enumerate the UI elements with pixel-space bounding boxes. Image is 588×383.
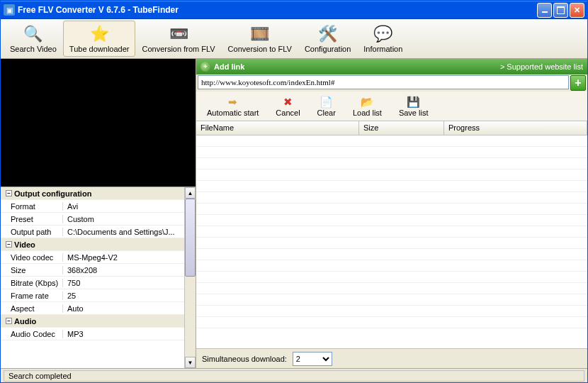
- gear-icon: 🛠️: [318, 24, 338, 44]
- simultaneous-download-select[interactable]: 2: [293, 352, 332, 366]
- globe-plus-icon: +: [200, 62, 210, 72]
- size-value[interactable]: 368x208: [63, 266, 184, 274]
- simultaneous-download-label: Simultaneous download:: [202, 355, 287, 363]
- star-icon: ⭐: [89, 24, 109, 44]
- cancel-icon: ✖: [281, 95, 295, 109]
- scroll-up-icon[interactable]: ▲: [185, 187, 196, 199]
- list-row: [196, 294, 587, 306]
- list-row: [196, 215, 587, 226]
- properties-grid[interactable]: −Output configuration FormatAvi PresetCu…: [1, 187, 184, 368]
- framerate-label: Frame rate: [1, 292, 63, 300]
- column-progress[interactable]: Progress: [444, 121, 587, 135]
- minimize-button[interactable]: [537, 3, 552, 18]
- automatic-start-button[interactable]: ➡ Automatic start: [199, 93, 266, 119]
- list-row: [196, 260, 587, 272]
- video-header: Video: [14, 240, 35, 249]
- format-value[interactable]: Avi: [63, 202, 184, 211]
- column-filename[interactable]: FileName: [196, 121, 359, 135]
- add-link-title: Add link: [214, 62, 500, 71]
- collapse-icon[interactable]: −: [6, 318, 12, 324]
- info-icon: 💬: [373, 24, 393, 44]
- list-row: [196, 181, 587, 192]
- output-config-header: Output configuration: [14, 189, 91, 198]
- audio-header: Audio: [14, 317, 36, 326]
- scroll-thumb[interactable]: [185, 199, 196, 277]
- column-size[interactable]: Size: [359, 121, 444, 135]
- scroll-down-icon[interactable]: ▼: [185, 357, 196, 368]
- configuration-button[interactable]: 🛠️ Configuration: [298, 21, 357, 57]
- list-row: [196, 170, 587, 181]
- list-row: [196, 192, 587, 204]
- list-row: [196, 249, 587, 260]
- list-row: [196, 147, 587, 158]
- list-row: [196, 158, 587, 170]
- size-label: Size: [1, 266, 63, 274]
- framerate-value[interactable]: 25: [63, 292, 184, 300]
- supported-websites-link[interactable]: > Supported website list: [500, 62, 583, 71]
- flv-from-icon: 📼: [169, 24, 188, 44]
- download-list[interactable]: [196, 135, 587, 348]
- conversion-to-flv-button[interactable]: 🎞️ Conversion to FLV: [222, 21, 298, 57]
- clear-icon: 📄: [320, 95, 334, 109]
- list-row: [196, 204, 587, 215]
- left-panel: −Output configuration FormatAvi PresetCu…: [1, 59, 196, 368]
- audio-codec-label: Audio Codec: [1, 330, 63, 338]
- flv-to-icon: 🎞️: [250, 24, 270, 44]
- properties-scrollbar[interactable]: ▲ ▼: [184, 187, 196, 368]
- add-url-button[interactable]: +: [570, 75, 586, 91]
- download-list-header: FileName Size Progress: [196, 121, 587, 135]
- list-row: [196, 283, 587, 294]
- clear-button[interactable]: 📄 Clear: [310, 93, 344, 119]
- video-codec-value[interactable]: MS-Mpeg4-V2: [63, 253, 184, 262]
- titlebar[interactable]: ▣ Free FLV Converter V 6.7.6 - TubeFinde…: [1, 1, 587, 19]
- bottom-controls: Simultaneous download: 2: [196, 348, 587, 368]
- folder-open-icon: 📂: [360, 95, 374, 109]
- video-preview: [1, 59, 196, 187]
- list-row: [196, 317, 587, 328]
- maximize-button[interactable]: [553, 3, 568, 18]
- load-list-button[interactable]: 📂 Load list: [345, 93, 390, 119]
- app-window: ▣ Free FLV Converter V 6.7.6 - TubeFinde…: [0, 0, 588, 383]
- list-row: [196, 272, 587, 283]
- conversion-from-flv-button[interactable]: 📼 Conversion from FLV: [135, 21, 221, 57]
- list-row: [196, 135, 587, 147]
- information-button[interactable]: 💬 Information: [357, 21, 409, 57]
- cancel-button[interactable]: ✖ Cancel: [268, 93, 307, 119]
- save-list-button[interactable]: 💾 Save list: [391, 93, 436, 119]
- right-panel: + Add link > Supported website list + ➡ …: [196, 59, 587, 368]
- preset-label: Preset: [1, 215, 63, 223]
- action-toolbar: ➡ Automatic start ✖ Cancel 📄 Clear 📂 Loa…: [196, 91, 587, 121]
- add-link-bar: + Add link > Supported website list: [196, 59, 587, 74]
- aspect-label: Aspect: [1, 304, 63, 313]
- url-input[interactable]: [198, 75, 569, 89]
- arrow-right-icon: ➡: [226, 95, 240, 109]
- bitrate-value[interactable]: 750: [63, 279, 184, 287]
- aspect-value[interactable]: Auto: [63, 304, 184, 313]
- close-button[interactable]: [570, 3, 584, 18]
- magnifier-icon: 🔍: [23, 24, 43, 44]
- app-icon: ▣: [4, 4, 15, 16]
- list-row: [196, 306, 587, 317]
- collapse-icon[interactable]: −: [6, 190, 12, 196]
- window-title: Free FLV Converter V 6.7.6 - TubeFinder: [18, 5, 537, 15]
- preset-value[interactable]: Custom: [63, 215, 184, 223]
- output-path-label: Output path: [1, 228, 63, 236]
- statusbar: Search completed: [1, 368, 587, 382]
- bitrate-label: Bitrate (Kbps): [1, 279, 63, 287]
- output-path-value[interactable]: C:\Documents and Settings\J...: [63, 228, 184, 236]
- main-toolbar: 🔍 Search Video ⭐ Tube downloader 📼 Conve…: [1, 19, 587, 59]
- save-icon: 💾: [407, 95, 421, 109]
- video-codec-label: Video codec: [1, 253, 63, 262]
- status-text: Search completed: [4, 370, 584, 382]
- audio-codec-value[interactable]: MP3: [63, 330, 184, 338]
- format-label: Format: [1, 202, 63, 211]
- tube-downloader-button[interactable]: ⭐ Tube downloader: [63, 21, 136, 57]
- list-row: [196, 238, 587, 249]
- collapse-icon[interactable]: −: [6, 241, 12, 248]
- list-row: [196, 226, 587, 238]
- search-video-button[interactable]: 🔍 Search Video: [4, 21, 63, 57]
